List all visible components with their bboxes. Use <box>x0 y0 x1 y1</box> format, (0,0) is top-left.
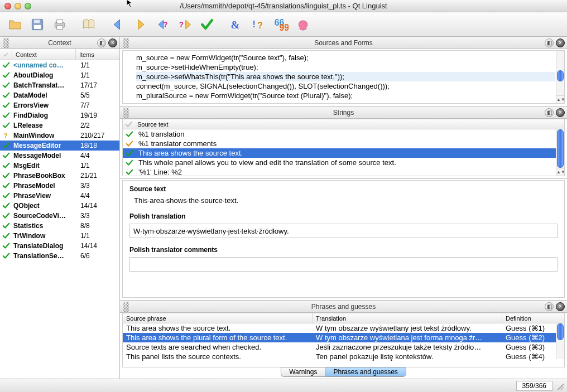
strings-text-header[interactable]: Source text <box>135 121 169 128</box>
context-panel-float-button[interactable]: ◧ <box>97 38 106 47</box>
strings-panel-close-button[interactable]: × <box>556 108 565 117</box>
string-row[interactable]: This area shows the source text. <box>123 148 564 158</box>
phrases-panel-header: Phrases and guesses ◧ × <box>120 301 567 313</box>
translation-label: Polish translation <box>129 212 558 220</box>
string-text: %1 translator comments <box>136 139 217 148</box>
context-row[interactable]: MsgEdit1/1 <box>0 161 119 171</box>
minimize-window-button[interactable] <box>15 3 21 9</box>
scrollbar-vertical[interactable] <box>556 323 564 359</box>
zoom-window-button[interactable] <box>25 3 31 9</box>
context-panel-header: Context ◧ × <box>0 37 119 49</box>
comments-input[interactable] <box>129 257 558 272</box>
strings-panel-float-button[interactable]: ◧ <box>545 108 554 117</box>
context-items-header[interactable]: Items <box>76 49 119 60</box>
context-row[interactable]: MessageEditor18/18 <box>0 141 119 151</box>
punctuation-button[interactable] <box>248 15 269 34</box>
question-icon <box>0 132 12 139</box>
source-line: connect(m_source, SIGNAL(selectionChange… <box>136 81 555 91</box>
context-row[interactable]: QObject14/14 <box>0 201 119 211</box>
context-name: QObject <box>12 202 77 210</box>
phrase-definition-header[interactable]: Definition <box>502 315 564 322</box>
source-code-view[interactable]: m_source = new FormWidget(tr("Source tex… <box>122 50 565 104</box>
phrase-row[interactable]: This area shows the source text.W tym ob… <box>123 323 564 333</box>
context-row[interactable]: AboutDialog1/1 <box>0 70 119 80</box>
string-row[interactable]: %1 translation <box>123 129 564 139</box>
scrollbar-arrows[interactable]: ▲▼ <box>556 95 564 103</box>
prev-button[interactable] <box>107 15 128 34</box>
prev-unfinished-button[interactable] <box>152 15 173 34</box>
context-row[interactable]: MainWindow210/217 <box>0 130 119 141</box>
translation-input[interactable] <box>129 224 558 238</box>
phrase-row[interactable]: This panel lists the source contexts.Ten… <box>123 352 564 361</box>
context-name: Statistics <box>12 222 77 230</box>
scrollbar-vertical[interactable] <box>556 129 564 168</box>
context-row[interactable]: LRelease2/2 <box>0 120 119 130</box>
context-row[interactable]: FindDialog19/19 <box>0 110 119 120</box>
phrase-translation: W tym obszarze wyświetlana jest forma mn… <box>313 333 502 342</box>
context-row[interactable]: DataModel5/5 <box>0 90 119 100</box>
strings-status-header[interactable] <box>123 120 135 128</box>
context-name: DataModel <box>12 91 77 99</box>
context-list[interactable]: <unnamed co…1/1AboutDialog1/1BatchTransl… <box>0 60 119 379</box>
phrase-translation: Ten panel pokazuje listę kontekstów. <box>313 352 502 361</box>
open-button[interactable] <box>4 15 26 34</box>
check-icon <box>0 242 12 250</box>
close-window-button[interactable] <box>4 3 11 9</box>
strings-panel-title: Strings <box>120 109 567 117</box>
context-name-header[interactable]: Context <box>12 49 76 60</box>
scrollbar-vertical[interactable] <box>556 51 564 95</box>
context-row[interactable]: SourceCodeVi…3/3 <box>0 211 119 221</box>
check-icon <box>0 212 12 220</box>
context-items: 5/5 <box>77 91 119 99</box>
check-icon <box>0 71 12 79</box>
tab-phrases[interactable]: Phrases and guesses <box>325 367 406 377</box>
phrases-table[interactable]: Source phrase Translation Definition Thi… <box>122 313 565 367</box>
tab-warnings[interactable]: Warnings <box>281 367 325 377</box>
context-name: AboutDialog <box>12 71 77 79</box>
done-button[interactable] <box>196 15 218 34</box>
save-button[interactable] <box>27 15 48 34</box>
phrases-panel-close-button[interactable]: × <box>556 302 565 311</box>
context-row[interactable]: TranslateDialog14/14 <box>0 241 119 251</box>
string-row[interactable]: '%1' Line: %2 <box>123 167 564 176</box>
mouse-cursor-icon <box>126 0 135 8</box>
phrases-panel-float-button[interactable]: ◧ <box>545 302 554 311</box>
scrollbar-arrows[interactable]: ▲▼ <box>556 168 564 176</box>
check-icon <box>0 202 12 210</box>
placemarker-button[interactable] <box>292 15 314 34</box>
context-items: 3/3 <box>77 212 119 220</box>
context-row[interactable]: Statistics8/8 <box>0 221 119 231</box>
context-row[interactable]: ErrorsView7/7 <box>0 100 119 110</box>
phrases-button[interactable] <box>270 15 291 34</box>
context-row[interactable]: BatchTranslat…17/17 <box>0 80 119 90</box>
context-row[interactable]: <unnamed co…1/1 <box>0 60 119 70</box>
resize-grip[interactable] <box>556 382 564 390</box>
next-button[interactable] <box>129 15 151 34</box>
context-name: TranslationSe… <box>12 252 77 260</box>
source-text-label: Source text <box>129 185 558 193</box>
context-row[interactable]: PhraseModel3/3 <box>0 181 119 191</box>
string-row[interactable]: %1 translator comments <box>123 139 564 148</box>
phrase-source: This area shows the plural form of the s… <box>123 333 313 342</box>
next-unfinished-button[interactable] <box>174 15 195 34</box>
phrase-source: This panel lists the source contexts. <box>123 352 313 361</box>
sources-panel-close-button[interactable]: × <box>556 38 565 47</box>
context-row[interactable]: TrWindow1/1 <box>0 231 119 241</box>
phrase-translation-header[interactable]: Translation <box>313 313 502 323</box>
context-status-header[interactable] <box>0 49 12 60</box>
context-panel-close-button[interactable]: × <box>108 38 117 47</box>
context-row[interactable]: PhraseView4/4 <box>0 191 119 201</box>
print-button[interactable] <box>49 15 70 34</box>
phrase-source-header[interactable]: Source phrase <box>123 313 313 323</box>
phrase-row[interactable]: Source texts are searched when checked.J… <box>123 342 564 352</box>
sources-panel-float-button[interactable]: ◧ <box>545 38 554 47</box>
phrasebook-button[interactable] <box>78 15 99 34</box>
context-row[interactable]: MessageModel4/4 <box>0 151 119 161</box>
accelerators-button[interactable] <box>225 15 247 34</box>
context-table-header: Context Items <box>0 49 119 60</box>
string-row[interactable]: This whole panel allows you to view and … <box>123 158 564 167</box>
strings-list[interactable]: Source text %1 translation%1 translator … <box>122 119 565 176</box>
phrase-row[interactable]: This area shows the plural form of the s… <box>123 333 564 342</box>
context-row[interactable]: TranslationSe…6/6 <box>0 251 119 261</box>
context-row[interactable]: PhraseBookBox21/21 <box>0 171 119 181</box>
